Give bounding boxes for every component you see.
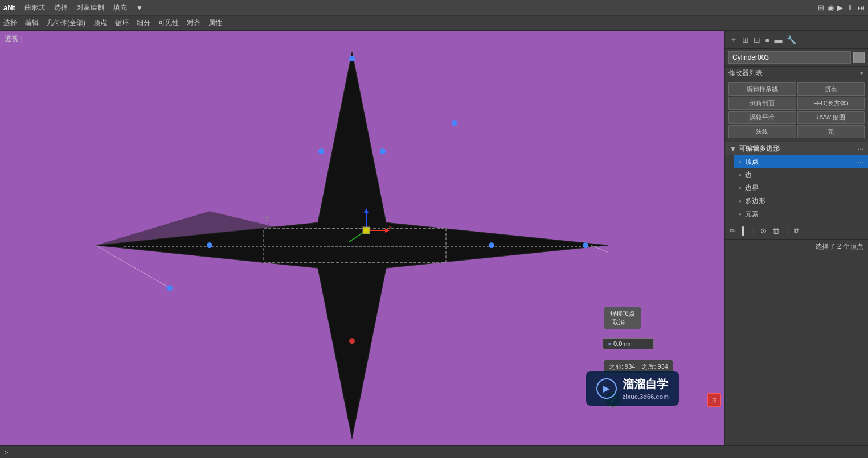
distance-field[interactable]: ≈ 0.0mm xyxy=(603,338,654,349)
svg-line-4 xyxy=(591,245,608,288)
mod-btn-spline[interactable]: 编辑样条线 xyxy=(728,82,796,96)
toolbar-fill-arrow[interactable]: ▼ xyxy=(136,4,143,12)
tree-bullet-element: ● xyxy=(739,212,742,217)
svg-point-5 xyxy=(349,56,355,61)
object-color-swatch[interactable] xyxy=(853,52,865,63)
modifier-edge[interactable]: ● 边 xyxy=(734,168,868,181)
toolbar-shape[interactable]: 曲形式 xyxy=(24,3,45,13)
modifier-poly-dots xyxy=(858,145,863,153)
play-icon: ▶ xyxy=(596,378,617,399)
tree-expand-icon: ▼ xyxy=(730,145,736,153)
mod-btn-normal[interactable]: 法线 xyxy=(728,125,796,138)
svg-point-6 xyxy=(452,120,457,126)
mod-btn-shell[interactable]: 壳 xyxy=(797,125,865,138)
modifier-element-label: 元素 xyxy=(745,209,759,219)
watermark: ▶ 溜溜自学 zixue.3d66.com xyxy=(586,371,679,406)
svg-point-8 xyxy=(380,148,386,154)
status-bar: > xyxy=(0,445,868,458)
modifier-edge-label: 边 xyxy=(745,170,752,180)
second-toolbar: 选择 编辑 几何体(全部) 顶点 循环 细分 可见性 对齐 属性 xyxy=(0,16,868,31)
header-icon-5[interactable]: ⏭ xyxy=(857,3,865,12)
menu-align[interactable]: 对齐 xyxy=(187,18,200,28)
object-name-input[interactable] xyxy=(728,51,851,64)
toolbar-fill[interactable]: 填充 xyxy=(113,3,127,13)
panel-edit-icon[interactable]: ⊞ xyxy=(742,35,749,44)
mod-btn-uvw[interactable]: UVW 贴图 xyxy=(797,111,865,124)
svg-point-10 xyxy=(489,242,494,248)
mod-btn-ffd[interactable]: FFD(长方体) xyxy=(797,97,865,110)
watermark-url: zixue.3d66.com xyxy=(623,393,669,400)
menu-select[interactable]: 选择 xyxy=(3,18,17,28)
svg-text:Z: Z xyxy=(264,216,269,224)
record-button[interactable]: ⊡ xyxy=(707,393,721,407)
svg-point-11 xyxy=(583,242,588,248)
tool-pencil-icon[interactable]: ✏ xyxy=(730,226,736,235)
svg-text:X: X xyxy=(388,225,392,230)
transform-gizmo: X xyxy=(341,205,392,258)
selection-info: 选择了 2 个顶点 xyxy=(725,240,868,254)
header-icon-3[interactable]: ▶ xyxy=(837,3,843,12)
panel-color-icon[interactable]: ● xyxy=(765,35,769,44)
toolbar-draw[interactable]: 对象绘制 xyxy=(77,3,104,13)
dist-icon: ≈ xyxy=(608,340,611,347)
tool-lasso-icon[interactable]: ⊙ xyxy=(760,226,767,235)
svg-point-9 xyxy=(207,242,212,248)
modifier-buttons: 编辑样条线 挤出 倒角剖面 FFD(长方体) 涡轮平滑 UVW 贴图 法线 壳 xyxy=(725,80,868,141)
main-area: 透视 | xyxy=(0,31,868,445)
svg-point-12 xyxy=(349,338,355,344)
svg-point-7 xyxy=(318,148,324,154)
mod-btn-bevel[interactable]: 倒角剖面 xyxy=(728,97,796,110)
weld-button[interactable]: 焊接顶点 -取消 xyxy=(604,307,641,329)
modifier-poly[interactable]: ▼ 可编辑多边形 xyxy=(725,142,868,155)
menu-properties[interactable]: 属性 xyxy=(208,18,222,28)
modifier-vertex[interactable]: ● 顶点 xyxy=(734,155,868,168)
modifier-dropdown-arrow[interactable]: ▼ xyxy=(859,70,865,76)
mod-btn-turbosmooth[interactable]: 涡轮平滑 xyxy=(728,111,796,124)
header-icon-2[interactable]: ◉ xyxy=(828,3,834,12)
svg-marker-17 xyxy=(364,208,369,213)
top-toolbar: aNt 曲形式 选择 对象绘制 填充 ▼ ⊞ ◉ ▶ ⏸ ⏭ xyxy=(0,0,868,16)
panel-layer-icon[interactable]: ▬ xyxy=(774,35,782,44)
modifier-border[interactable]: ● 边界 xyxy=(734,181,868,195)
svg-point-13 xyxy=(167,285,173,291)
modifier-element[interactable]: ● 元素 xyxy=(734,208,868,221)
modifier-polygon[interactable]: ● 多边形 xyxy=(734,195,868,208)
tree-bullet-border: ● xyxy=(739,185,742,191)
panel-icon-bar: ＋ ⊞ ⊟ ● ▬ 🔧 xyxy=(725,31,868,49)
menu-edit[interactable]: 编辑 xyxy=(25,18,39,28)
tree-bullet-edge: ● xyxy=(739,172,742,178)
svg-rect-21 xyxy=(363,227,370,234)
panel-add-icon[interactable]: ＋ xyxy=(730,35,738,45)
mod-btn-extrude[interactable]: 挤出 xyxy=(797,82,865,96)
menu-geometry[interactable]: 几何体(全部) xyxy=(47,18,85,28)
modifier-vertex-dots xyxy=(858,158,863,166)
header-icon-4[interactable]: ⏸ xyxy=(846,3,854,12)
watermark-title: 溜溜自学 xyxy=(623,377,669,392)
object-name-row xyxy=(725,49,868,67)
modifier-tree: ▼ 可编辑多边形 ● 顶点 ● 边 ● 边界 ● 多边形 xyxy=(725,141,868,222)
panel-link-icon[interactable]: ⊟ xyxy=(754,35,760,44)
right-panel: ＋ ⊞ ⊟ ● ▬ 🔧 修改器列表 ▼ 编辑样条线 挤出 倒角剖面 FFD(长方… xyxy=(724,31,868,445)
tool-copy-icon[interactable]: ⧉ xyxy=(794,226,799,236)
panel-wrench-icon[interactable]: 🔧 xyxy=(787,35,796,44)
dist-value: 0.0mm xyxy=(613,340,633,347)
tool-trash-icon[interactable]: 🗑 xyxy=(772,226,780,235)
menu-vertex[interactable]: 顶点 xyxy=(93,18,107,28)
viewport[interactable]: 透视 | xyxy=(0,31,724,445)
modifier-poly-label: 可编辑多边形 xyxy=(739,144,780,154)
tree-bullet-vertex: ● xyxy=(739,159,742,164)
status-arrow[interactable]: > xyxy=(5,449,8,456)
menu-visibility[interactable]: 可见性 xyxy=(158,18,179,28)
toolbar-select[interactable]: 选择 xyxy=(54,3,68,13)
modifier-list-label: 修改器列表 xyxy=(728,68,859,78)
modifier-vertex-label: 顶点 xyxy=(745,157,759,167)
menu-subdivide[interactable]: 细分 xyxy=(137,18,150,28)
panel-extra-label xyxy=(725,254,868,259)
menu-loop[interactable]: 循环 xyxy=(115,18,129,28)
modifier-border-label: 边界 xyxy=(745,183,759,193)
panel-tool-icons: ✏ ▌ | ⊙ 🗑 | ⧉ xyxy=(725,222,868,240)
viewport-label: 透视 | xyxy=(5,34,22,44)
tool-separator2: | xyxy=(785,226,788,236)
header-icon-1[interactable]: ⊞ xyxy=(818,3,824,12)
tool-bar-icon[interactable]: ▌ xyxy=(742,226,747,235)
